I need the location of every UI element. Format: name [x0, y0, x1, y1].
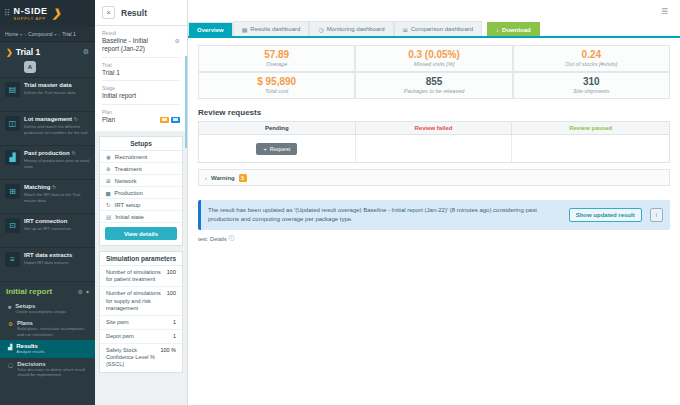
column-review-passed: Review passed	[512, 122, 669, 134]
setup-item-irt-setup[interactable]: ↻ IRT setup	[100, 199, 182, 211]
review-table-body: + Request	[199, 135, 669, 162]
trial-settings-icon[interactable]: ⚙	[83, 48, 89, 56]
sidebar-item-desc: Define the Trial master data	[24, 90, 75, 95]
sync-icon: ↻	[52, 184, 56, 190]
metric-total-cost: $ 95,890 Total cost	[198, 72, 355, 99]
sidebar-item-plans[interactable]: ⚙ Plans Build plans, reevaluate assumpti…	[0, 317, 95, 340]
field-result: Result Baseline - Initial report (Jan-22…	[102, 26, 180, 58]
compound-avatar[interactable]: A	[24, 61, 36, 73]
overview-content: 57.89 Overage 0.3 (0.05%) Missed visits …	[188, 38, 680, 405]
hamburger-menu-icon[interactable]: ≡	[661, 5, 668, 17]
setup-item-initial-state[interactable]: ▤ Initial state	[100, 211, 182, 223]
sidebar-nav: ▤ Trial master data Define the Trial mas…	[0, 78, 95, 282]
review-requests-table: Pending Review failed Review passed + Re…	[198, 121, 670, 163]
sidebar-item-title: Past production↻	[24, 150, 90, 157]
metric-label: Overage	[199, 61, 354, 67]
sim-param-row: Number of simulations for patient treatm…	[100, 266, 182, 287]
setup-item-production[interactable]: ▅ Production	[100, 187, 182, 199]
add-request-button[interactable]: + Request	[256, 143, 297, 155]
metric-label: Packages to be released	[356, 88, 511, 94]
trial-master-data-icon: ▤	[5, 82, 20, 97]
irt-data-extracts-icon: ≡	[5, 252, 20, 267]
tab-label: Overview	[197, 27, 224, 33]
compare-icon: ⊞	[403, 26, 408, 33]
download-button[interactable]: ↓ Download	[487, 22, 540, 36]
result-settings-icon[interactable]: ⚙	[175, 37, 180, 44]
sidebar-item-irt-connection[interactable]: ⊡ IRT connection Set up an IRT connectio…	[0, 214, 95, 248]
metric-value: 57.89	[199, 49, 354, 60]
breadcrumb-home[interactable]: Home	[5, 31, 18, 37]
chevron-right-icon: ❯	[6, 48, 13, 57]
logo[interactable]: N-SIDE SUPPLY APP	[14, 7, 48, 21]
tab-comparison-dashboard[interactable]: ⊞ Comparison dashboard	[394, 21, 482, 36]
sim-param-label: Safety Stock Confidence Level % (SSCL)	[106, 347, 157, 368]
stage-settings-icon[interactable]: ⚙	[78, 288, 83, 295]
setup-item-network[interactable]: ⊞ Network	[100, 175, 182, 187]
warning-label: Warning	[211, 175, 235, 181]
column-review-failed: Review failed	[356, 122, 513, 134]
breadcrumb-compound[interactable]: Compound	[28, 31, 52, 37]
metrics-grid: 57.89 Overage 0.3 (0.05%) Missed visits …	[198, 45, 670, 99]
metric-value: $ 95,890	[199, 76, 354, 87]
chevron-down-icon[interactable]: ▾	[86, 288, 89, 295]
setup-label: Treatment	[115, 166, 142, 172]
lot-management-icon: ◫	[5, 116, 20, 131]
breadcrumb-trial[interactable]: Trial 1	[62, 31, 76, 37]
field-label: Plan	[102, 109, 180, 115]
metric-label: Missed visits [%]	[356, 61, 511, 67]
trial-header: ❯ Trial 1 ⚙ A	[0, 42, 95, 78]
sim-param-value: 100 %	[160, 347, 176, 353]
panel-header: × Result	[95, 0, 187, 26]
main-content: ≡ Overview ▦ Results dashboard ◷ Monitor…	[188, 0, 680, 405]
details-footnote: test: Details ⓘ	[198, 235, 670, 242]
tab-results-dashboard[interactable]: ▦ Results dashboard	[233, 21, 310, 36]
sidebar-item-desc: Import IRT data extracts	[24, 260, 72, 265]
metric-value: 310	[514, 76, 669, 87]
tab-monitoring-dashboard[interactable]: ◷ Monitoring dashboard	[309, 21, 393, 36]
logo-subtext: SUPPLY APP	[14, 16, 48, 21]
stage-header[interactable]: Initial report ⚙ ▾	[0, 282, 95, 300]
metric-value: 855	[356, 76, 511, 87]
request-button-label: Request	[270, 146, 291, 152]
plan-badge-orange	[160, 117, 169, 123]
decisions-icon: ▢	[8, 362, 13, 368]
setup-item-treatment[interactable]: ⊕ Treatment	[100, 163, 182, 175]
trial-title[interactable]: Trial 1	[16, 47, 80, 57]
sidebar-item-lot-management[interactable]: ◫ Lot management↻ Define and match the d…	[0, 112, 95, 146]
warning-accordion[interactable]: › Warning 5	[198, 169, 670, 186]
sidebar-item-past-production[interactable]: ▟ Past production↻ History of production…	[0, 146, 95, 180]
review-failed-cell	[356, 135, 513, 162]
close-icon[interactable]: ×	[102, 6, 115, 19]
sidebar-item-trial-master-data[interactable]: ▤ Trial master data Define the Trial mas…	[0, 78, 95, 112]
sidebar-item-setups[interactable]: ■ Setups Create assumptions setups	[0, 300, 95, 317]
metric-overage: 57.89 Overage	[198, 45, 355, 72]
alert-secondary-button[interactable]: i	[650, 208, 663, 222]
warning-count-badge: 5	[239, 174, 247, 182]
stage-item-desc: Analyze results	[16, 349, 44, 354]
view-details-button[interactable]: View details	[105, 227, 177, 240]
sidebar-item-results[interactable]: ▟ Results Analyze results	[0, 340, 95, 357]
sidebar-item-desc: History of productions prior to initial …	[24, 158, 90, 169]
metric-site-shipments: 310 Site shipments	[513, 72, 670, 99]
setups-icon: ■	[8, 304, 11, 310]
sim-param-label: Depot pwm	[106, 333, 170, 340]
sidebar-item-desc: Set up an IRT connection	[24, 226, 71, 231]
sidebar-item-matching[interactable]: ⊞ Matching↻ Match the IRT data to the Tr…	[0, 180, 95, 214]
sidebar-item-decisions[interactable]: ▢ Decisions Take decisions to define whi…	[0, 358, 95, 381]
chevron-down-icon: ▾	[55, 32, 57, 37]
info-icon[interactable]: ⓘ	[229, 235, 235, 242]
footnote-text: test: Details	[198, 236, 227, 242]
sidebar-item-title: Trial master data	[24, 82, 75, 89]
show-updated-result-button[interactable]: Show updated result	[569, 208, 642, 222]
setup-item-recruitment[interactable]: ◉ Recruitment	[100, 151, 182, 163]
sidebar-item-irt-data-extracts[interactable]: ≡ IRT data extracts Import IRT data extr…	[0, 248, 95, 282]
field-value: Baseline - Initial report (Jan-22)	[102, 37, 166, 54]
panel-scrollbar[interactable]	[185, 56, 188, 148]
pending-cell: + Request	[199, 135, 356, 162]
tab-overview[interactable]: Overview	[188, 22, 233, 36]
results-icon: ▟	[8, 344, 12, 350]
app-launcher-icon[interactable]: ⠿	[4, 9, 11, 18]
sim-param-row: Safety Stock Confidence Level % (SSCL) 1…	[100, 344, 182, 371]
tab-label: Results dashboard	[250, 26, 300, 32]
metric-label: Total cost	[199, 88, 354, 94]
